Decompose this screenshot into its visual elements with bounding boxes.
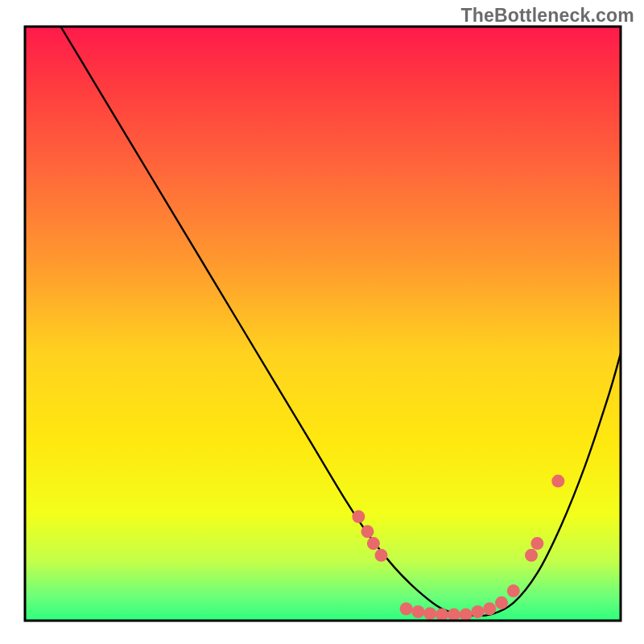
marker-point (507, 584, 520, 597)
marker-point (495, 597, 508, 609)
marker-point (352, 510, 365, 523)
marker-point (400, 602, 413, 615)
marker-point (375, 549, 388, 562)
marker-point (460, 609, 473, 621)
marker-point (423, 607, 436, 620)
marker-point (361, 525, 374, 538)
marker-point (411, 605, 424, 618)
marker-point (525, 549, 538, 562)
marker-point (448, 609, 460, 621)
marker-point (367, 537, 380, 550)
marker-point (530, 537, 543, 550)
marker-point (483, 602, 496, 615)
marker-point (471, 605, 484, 618)
marker-point (436, 609, 448, 621)
marker-point (551, 475, 564, 488)
chart-container: TheBottleneck.com (0, 0, 644, 644)
bottleneck-chart (0, 0, 644, 644)
watermark-text: TheBottleneck.com (460, 5, 634, 27)
